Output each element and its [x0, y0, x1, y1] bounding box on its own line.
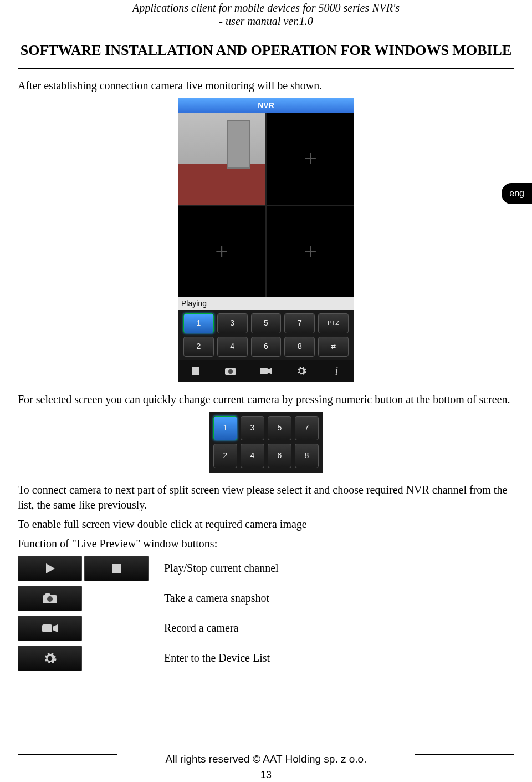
- stop-icon[interactable]: [178, 360, 213, 382]
- svg-rect-3: [260, 368, 268, 374]
- key-8[interactable]: 8: [295, 444, 319, 468]
- function-label: Play/Stop current channel: [164, 561, 279, 576]
- svg-rect-0: [192, 367, 200, 375]
- camera-grid: + + +: [178, 113, 354, 297]
- key-2[interactable]: 2: [213, 444, 237, 468]
- doc-header: Applications client for mobile devices f…: [18, 0, 514, 28]
- function-row: Take a camera snapshot: [18, 586, 514, 611]
- key-3[interactable]: 3: [241, 416, 264, 440]
- camera-icon[interactable]: [213, 360, 249, 382]
- paragraph: Function of "Live Preview" window button…: [18, 536, 514, 551]
- play-icon[interactable]: [18, 556, 82, 581]
- record-icon[interactable]: [18, 616, 82, 641]
- key-6[interactable]: 6: [268, 444, 291, 468]
- paragraph: To enable full screen view double click …: [18, 517, 514, 532]
- gear-icon[interactable]: [284, 360, 319, 382]
- plus-icon: +: [304, 143, 317, 175]
- key-7[interactable]: 7: [295, 416, 319, 440]
- section-title: SOFTWARE INSTALLATION AND OPERATION FOR …: [18, 42, 514, 59]
- record-icon[interactable]: [248, 360, 284, 382]
- info-icon[interactable]: i: [319, 360, 354, 382]
- svg-marker-5: [46, 563, 55, 573]
- svg-rect-9: [45, 593, 50, 596]
- key-3[interactable]: 3: [217, 313, 248, 333]
- header-line1: Applications client for mobile devices f…: [18, 1, 514, 14]
- key-7[interactable]: 7: [284, 313, 315, 333]
- svg-rect-6: [112, 564, 121, 573]
- function-row: Play/Stop current channel: [18, 556, 514, 581]
- stop-icon[interactable]: [84, 556, 149, 581]
- camera-cell-2[interactable]: +: [267, 113, 354, 205]
- plus-icon: +: [215, 236, 228, 267]
- key-4[interactable]: 4: [217, 337, 248, 357]
- function-label: Enter to the Device List: [164, 651, 270, 666]
- key-ptz[interactable]: PTZ: [318, 313, 349, 333]
- status-text: Playing: [178, 297, 354, 310]
- phone-screenshot: NVR + + + Playing 1 3 5 7 PTZ 2 4 6 8 ⇄ …: [178, 98, 354, 382]
- camera-icon[interactable]: [18, 586, 82, 611]
- key-1[interactable]: 1: [213, 416, 237, 440]
- hr-double: [18, 68, 514, 70]
- key-2[interactable]: 2: [183, 337, 214, 357]
- key-5[interactable]: 5: [251, 313, 282, 333]
- page-number: 13: [0, 769, 532, 781]
- channel-keypad: 1 3 5 7 PTZ 2 4 6 8 ⇄: [178, 310, 354, 360]
- function-label: Record a camera: [164, 621, 238, 636]
- paragraph: To connect camera to next part of split …: [18, 483, 514, 512]
- svg-point-8: [47, 596, 53, 602]
- key-swap[interactable]: ⇄: [318, 337, 349, 357]
- function-row: Record a camera: [18, 616, 514, 641]
- key-8[interactable]: 8: [284, 337, 315, 357]
- svg-marker-4: [268, 368, 272, 374]
- language-tab[interactable]: eng: [502, 183, 532, 204]
- camera-cell-4[interactable]: +: [267, 206, 354, 297]
- function-row: Enter to the Device List: [18, 646, 514, 671]
- svg-point-2: [228, 369, 233, 374]
- camera-cell-1[interactable]: [178, 113, 265, 205]
- app-title-bar: NVR: [178, 98, 354, 113]
- svg-marker-11: [53, 624, 58, 632]
- function-label: Take a camera snapshot: [164, 591, 269, 606]
- bottom-toolbar: i: [178, 360, 354, 382]
- key-6[interactable]: 6: [251, 337, 282, 357]
- key-4[interactable]: 4: [241, 444, 264, 468]
- header-line2: - user manual ver.1.0: [18, 14, 514, 28]
- footer-text: All rights reserved © AAT Holding sp. z …: [0, 753, 532, 765]
- camera-thumb: [178, 113, 265, 205]
- paragraph: After establishing connection camera liv…: [18, 78, 514, 93]
- plus-icon: +: [304, 236, 317, 267]
- camera-cell-3[interactable]: +: [178, 206, 265, 297]
- key-1[interactable]: 1: [183, 313, 214, 333]
- gear-icon[interactable]: [18, 646, 82, 671]
- svg-rect-10: [42, 624, 52, 632]
- key-5[interactable]: 5: [268, 416, 291, 440]
- paragraph: For selected screen you can quickly chan…: [18, 392, 514, 407]
- keypad-closeup: 1 3 5 7 2 4 6 8: [209, 412, 323, 473]
